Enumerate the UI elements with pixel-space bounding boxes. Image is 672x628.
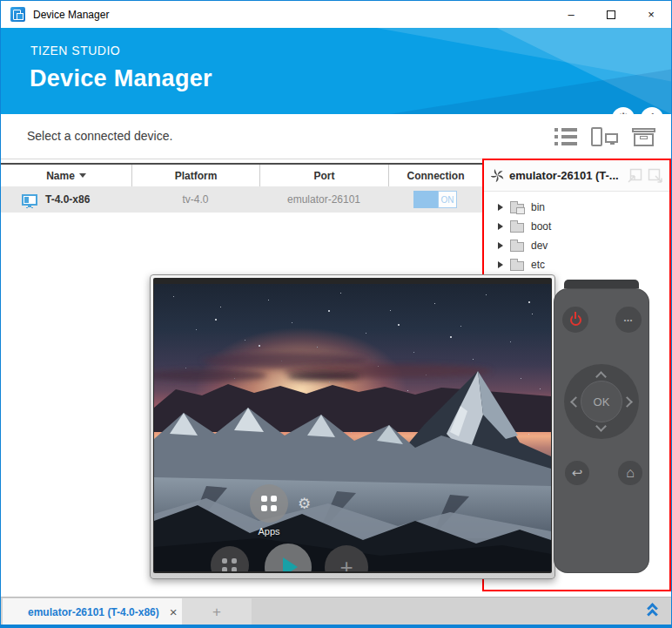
tv-settings-icon[interactable]: ⚙ — [298, 495, 311, 513]
close-button[interactable]: × — [631, 1, 671, 28]
expand-icon[interactable] — [498, 242, 503, 249]
pull-file-button[interactable] — [647, 167, 664, 185]
folder-icon — [510, 261, 524, 271]
tree-item-etc[interactable]: etc — [484, 255, 669, 274]
emulator-window[interactable]: Apps ⚙ + — [150, 274, 555, 579]
column-name[interactable]: Name — [1, 165, 131, 186]
play-icon — [283, 557, 298, 571]
tv-bezel: Apps ⚙ + — [153, 278, 552, 573]
remote-device-icon[interactable] — [591, 127, 618, 146]
page-title: Device Manager — [30, 65, 212, 92]
device-name: T-4.0-x86 — [45, 193, 90, 206]
banner: TIZEN STUDIO Device Manager ⚙ i — [1, 28, 671, 114]
apps-button[interactable] — [250, 484, 288, 523]
file-panel-header: emulator-26101 (T-... — [484, 160, 669, 192]
remote-body: ••• OK ↩ ⌂ — [554, 288, 649, 573]
archive-box-icon[interactable] — [632, 128, 655, 146]
push-file-icon — [627, 168, 642, 184]
ok-button[interactable]: OK — [581, 381, 622, 422]
power-button[interactable] — [562, 307, 588, 333]
folder-icon — [510, 242, 524, 252]
titlebar: Device Manager – × — [1, 1, 671, 28]
hint-text: Select a connected device. — [27, 129, 172, 143]
expand-icon[interactable] — [498, 261, 503, 268]
device-manager-window: Device Manager – × TIZEN STUDIO Device M… — [0, 0, 672, 628]
dpad-right-button[interactable] — [622, 396, 633, 408]
more-button[interactable]: ••• — [615, 307, 642, 333]
collapse-panel-button[interactable] — [645, 603, 661, 620]
list-view-icon[interactable] — [554, 128, 577, 146]
dpad-down-button[interactable] — [595, 421, 607, 432]
folder-icon — [510, 204, 524, 213]
pull-file-icon — [648, 168, 663, 184]
maximize-icon — [607, 10, 615, 19]
file-panel-title: emulator-26101 (T-... — [509, 169, 622, 182]
folder-icon — [510, 223, 524, 233]
column-port[interactable]: Port — [259, 165, 388, 186]
emulator-tab-bar: emulator-26101 (T-4.0-x86) × + — [1, 597, 671, 627]
tab-label: emulator-26101 (T-4.0-x86) — [28, 606, 159, 618]
back-icon: ↩ — [572, 465, 583, 481]
minimize-button[interactable]: – — [551, 1, 591, 28]
sort-descending-icon — [79, 173, 86, 178]
connection-toggle[interactable]: ON — [413, 191, 457, 208]
dpad-left-button[interactable] — [570, 396, 581, 408]
expand-icon[interactable] — [498, 223, 503, 230]
toggle-state-label: ON — [438, 191, 457, 208]
expand-icon[interactable] — [498, 204, 503, 211]
brand-text: TIZEN STUDIO — [30, 44, 120, 57]
dpad: OK — [564, 364, 639, 439]
device-table: Name Platform Port Connection T-4.0-x86 … — [1, 163, 482, 213]
table-row[interactable]: T-4.0-x86 tv-4.0 emulator-26101 ON — [1, 186, 482, 213]
tree-item-dev[interactable]: dev — [484, 236, 669, 255]
tab-close-icon[interactable]: × — [170, 604, 178, 619]
device-platform: tv-4.0 — [131, 193, 259, 206]
tv-device-icon — [22, 194, 37, 206]
back-button[interactable]: ↩ — [565, 461, 589, 485]
power-icon — [570, 314, 581, 326]
column-connection[interactable]: Connection — [388, 165, 482, 186]
home-icon: ⌂ — [626, 465, 635, 481]
home-button[interactable]: ⌂ — [618, 461, 642, 485]
file-tree: bin boot dev etc — [484, 192, 669, 274]
table-header: Name Platform Port Connection — [1, 163, 482, 186]
toggle-track — [413, 191, 438, 208]
tv-wallpaper — [154, 284, 551, 571]
device-port: emulator-26101 — [259, 193, 388, 206]
remote-control: ••• OK ↩ ⌂ — [554, 280, 649, 573]
tab-emulator-26101[interactable]: emulator-26101 (T-4.0-x86) × — [3, 598, 182, 625]
apps-label: Apps — [250, 526, 288, 537]
toolbar: Select a connected device. — [1, 114, 671, 159]
tizen-icon — [491, 169, 504, 182]
window-title: Device Manager — [33, 9, 109, 21]
maximize-button[interactable] — [591, 1, 631, 28]
push-file-button[interactable] — [626, 167, 643, 185]
apps-grid-icon — [261, 496, 277, 511]
apps-grid-icon — [222, 558, 238, 571]
tree-item-boot[interactable]: boot — [484, 217, 669, 236]
new-tab-button[interactable]: + — [182, 598, 252, 625]
column-platform[interactable]: Platform — [131, 165, 259, 186]
remote-top-notch — [564, 280, 639, 288]
app-icon — [10, 7, 25, 22]
tree-item-bin[interactable]: bin — [484, 198, 669, 217]
emulator-screen[interactable]: Apps ⚙ + — [154, 284, 551, 571]
